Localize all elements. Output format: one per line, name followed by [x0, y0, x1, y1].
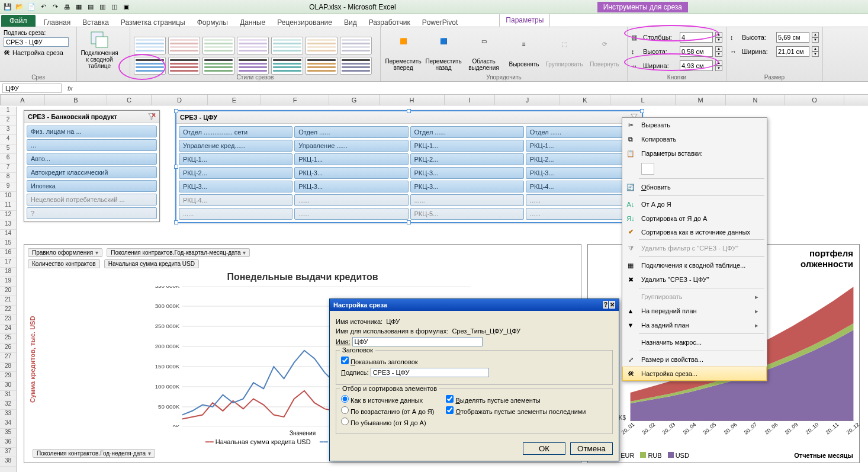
- row-header[interactable]: 8: [0, 173, 16, 182]
- cancel-button[interactable]: Отмена: [570, 442, 613, 455]
- slicer-style-swatch[interactable]: [340, 37, 372, 54]
- slicer-style-swatch[interactable]: [340, 57, 372, 75]
- slicer-item[interactable]: ......: [410, 194, 524, 206]
- row-header[interactable]: 11: [0, 201, 16, 211]
- row-header[interactable]: 30: [0, 381, 16, 391]
- slicer-item[interactable]: Автокредит классический: [27, 166, 157, 178]
- column-header[interactable]: D: [152, 95, 208, 105]
- tab-parameters[interactable]: Параметры: [499, 14, 550, 27]
- slicer-settings-button[interactable]: Настройка среза: [12, 49, 63, 56]
- column-header[interactable]: C: [107, 95, 152, 105]
- formula-input[interactable]: [76, 84, 868, 92]
- row-header[interactable]: 28: [0, 362, 16, 372]
- slicer-item[interactable]: РКЦ-4...: [179, 194, 292, 206]
- radio-sort-desc[interactable]: По убыванию (от Я до А): [341, 419, 426, 426]
- row-header[interactable]: 9: [0, 182, 16, 192]
- row-header[interactable]: 10: [0, 192, 16, 201]
- slicer-style-swatch[interactable]: [134, 37, 166, 54]
- check-hide-empty[interactable]: Выделять пустые элементы: [446, 397, 540, 404]
- slicer-item[interactable]: ...: [27, 139, 157, 151]
- row-header[interactable]: 23: [0, 315, 16, 325]
- slicer-styles-gallery[interactable]: [134, 34, 377, 75]
- slicer-item[interactable]: РКЦ-1...: [410, 140, 524, 152]
- spinner[interactable]: ▲▼: [812, 46, 819, 57]
- row-header[interactable]: 26: [0, 343, 16, 353]
- column-header[interactable]: H: [380, 95, 445, 105]
- slicer-style-swatch[interactable]: [306, 57, 337, 75]
- row-header[interactable]: 37: [0, 448, 16, 457]
- spinner[interactable]: ▲▼: [812, 32, 819, 43]
- slicer-style-swatch[interactable]: [237, 37, 269, 54]
- slicer-item[interactable]: ......: [294, 208, 408, 220]
- close-button[interactable]: ✕: [609, 301, 615, 309]
- tab-Вставка[interactable]: Вставка: [76, 17, 115, 28]
- tab-Формулы[interactable]: Формулы: [191, 17, 234, 28]
- resize-handle[interactable]: [407, 109, 411, 113]
- menu-item-connections[interactable]: ▦Подключения к сводной таблице...: [622, 258, 767, 272]
- clear-filter-icon[interactable]: [147, 113, 156, 121]
- column-header[interactable]: G: [329, 95, 380, 105]
- new-icon[interactable]: 📄: [26, 2, 37, 12]
- slicer-item[interactable]: РКЦ-1...: [294, 153, 408, 165]
- tab-Главная[interactable]: Главная: [38, 17, 77, 28]
- slicer-style-swatch[interactable]: [168, 37, 200, 54]
- column-header[interactable]: B: [45, 95, 107, 105]
- row-header[interactable]: 17: [0, 258, 16, 268]
- slicer-style-swatch[interactable]: [202, 37, 234, 54]
- open-icon[interactable]: 📂: [14, 2, 25, 12]
- slicer-item[interactable]: РКЦ-2...: [179, 167, 292, 179]
- fx-icon[interactable]: fx: [67, 85, 73, 92]
- undo-icon[interactable]: ↶: [38, 2, 49, 12]
- row-header[interactable]: 12: [0, 211, 16, 220]
- menu-item-remove-slicer[interactable]: ✖Удалить "СРЕЗ - ЦФУ": [622, 272, 767, 287]
- column-header[interactable]: J: [495, 95, 560, 105]
- column-header[interactable]: M: [676, 95, 726, 105]
- column-header[interactable]: K: [560, 95, 610, 105]
- resize-handle[interactable]: [407, 220, 411, 224]
- align-button[interactable]: ≡Выровнять: [505, 34, 543, 75]
- slicer-item[interactable]: Авто...: [27, 153, 157, 165]
- row-header[interactable]: 5: [0, 145, 16, 154]
- qat-icon[interactable]: ▦: [73, 2, 84, 12]
- redo-icon[interactable]: ↷: [50, 2, 60, 12]
- slicer-item[interactable]: Управление ......: [294, 140, 408, 152]
- column-header[interactable]: O: [785, 95, 844, 105]
- row-header[interactable]: 15: [0, 239, 16, 249]
- size-width-input[interactable]: [776, 46, 809, 57]
- resize-handle[interactable]: [640, 109, 644, 113]
- column-header[interactable]: N: [726, 95, 785, 105]
- size-height-input[interactable]: [776, 32, 809, 43]
- row-header[interactable]: 3: [0, 126, 16, 135]
- tab-Данные[interactable]: Данные: [234, 17, 271, 28]
- tab-Рецензирование[interactable]: Рецензирование: [271, 17, 338, 28]
- row-header[interactable]: 7: [0, 163, 16, 173]
- slicer-item[interactable]: ......: [179, 208, 292, 220]
- dialog-titlebar[interactable]: Настройка среза ?✕: [330, 299, 619, 311]
- pivot-axis-pill[interactable]: Поколения контрактов.Год-неделя-дата▾: [33, 449, 155, 458]
- row-header[interactable]: 19: [0, 277, 16, 287]
- send-backward-button[interactable]: 🟦Переместить назад: [425, 34, 462, 75]
- slicer-item[interactable]: РКЦ-5...: [410, 208, 524, 220]
- row-header[interactable]: 14: [0, 230, 16, 239]
- pivot-value-pill[interactable]: Количество контрактов: [28, 259, 100, 268]
- row-header[interactable]: 13: [0, 220, 16, 230]
- qat-icon[interactable]: ◫: [109, 2, 120, 12]
- column-header[interactable]: F: [261, 95, 329, 105]
- row-header[interactable]: 27: [0, 353, 16, 362]
- menu-item-cut[interactable]: ✂Вырезать: [622, 118, 767, 132]
- slicer-style-swatch[interactable]: [271, 57, 303, 75]
- slicer-item[interactable]: Физ. лицам на ...: [27, 126, 157, 137]
- row-header[interactable]: 25: [0, 334, 16, 343]
- slicer-item[interactable]: Управление кред......: [179, 140, 292, 152]
- spinner[interactable]: ▲▼: [715, 46, 722, 57]
- button-height-input[interactable]: [680, 46, 713, 57]
- slicer-style-swatch[interactable]: [306, 37, 337, 54]
- pivot-value-pill[interactable]: Начальная сумма кредита USD: [104, 259, 199, 268]
- check-show-last[interactable]: Отображать пустые элементы последними: [446, 408, 586, 415]
- show-header-checkbox[interactable]: Показывать заголовок: [341, 358, 418, 365]
- tab-PowerPivot[interactable]: PowerPivot: [416, 17, 464, 28]
- slicer-cfu[interactable]: СРЕЗ - ЦФУ Отдел ................ сетиОт…: [175, 110, 643, 223]
- row-header[interactable]: 32: [0, 400, 16, 410]
- pivot-filter-pill[interactable]: Поколения контрактов.Год-квартал-месяц-д…: [107, 248, 250, 257]
- menu-item-sort-az[interactable]: A↓От А до Я: [622, 197, 767, 211]
